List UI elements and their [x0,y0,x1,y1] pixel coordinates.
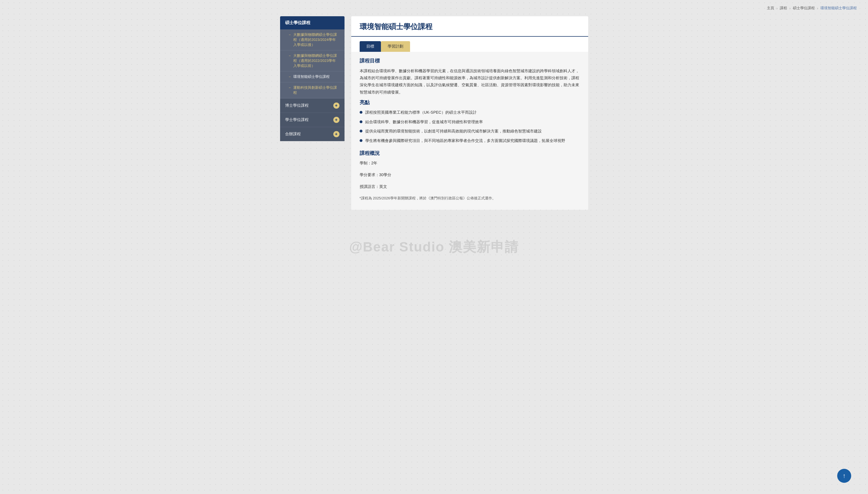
sidebar-item-bigdata-2022[interactable]: － 大數據與物聯網碩士學位課程（適用於2022/2023學年入學或以前） [280,51,344,71]
tab-study-plan[interactable]: 學習計劃 [381,41,410,52]
breadcrumb-current: 環境智能碩士學位課程 [820,6,857,11]
highlight-item-2: 結合環境科學、數據分析和機器學習，促進城市可持續性和管理效率 [360,119,580,126]
sidebar-item-env-intel[interactable]: － 環境智能碩士學位課程 [280,71,344,82]
sidebar-bachelor[interactable]: 學士學位課程 + [280,113,344,127]
main-content: 環境智能碩士學位課程 目標 學習計劃 課程目標 本課程結合環境科學、數據分析和機… [351,16,588,210]
scroll-top-button[interactable]: ↑ [837,469,851,483]
highlight-item-1: 課程按照英國專業工程能力標準（UK-SPEC）的碩士水平而設計 [360,109,580,116]
bullet-dot-4 [360,139,362,142]
tab-objectives[interactable]: 目標 [360,41,381,52]
page-title: 環境智能碩士學位課程 [351,16,588,37]
highlights-title: 亮點 [360,99,580,106]
bullet-dot-3 [360,130,362,132]
separator-3: › [817,6,818,11]
breadcrumb-courses[interactable]: 課程 [780,6,787,11]
breadcrumb: 主頁 › 課程 › 碩士學位課程 › 環境智能碩士學位課程 [11,6,857,11]
tabs: 目標 學習計劃 [351,41,588,52]
expand-bachelor-icon: + [333,117,339,123]
breadcrumb-masters[interactable]: 碩士學位課程 [793,6,815,11]
sidebar-joint[interactable]: 合辦課程 + [280,127,344,141]
separator-2: › [789,6,790,11]
highlight-item-4: 學生將有機會參與國際研究項目，與不同地區的專家和學者合作交流，多方面嘗試探究國際… [360,137,580,144]
footnote: *課程為 2025/2026學年新開辦課程，將於《澳門特別行政區公報》公佈後正式… [360,195,580,201]
sidebar-doctoral[interactable]: 博士學位課程 + [280,98,344,113]
overview-title: 課程概況 [360,150,580,156]
sidebar: 碩士學位課程 － 大數據與物聯網碩士學位課程（適用於2023/2024學年入學或… [280,16,344,210]
overview-credits: 學分要求：30學分 [360,172,580,178]
expand-doctoral-icon: + [333,102,339,109]
breadcrumb-home[interactable]: 主頁 [767,6,774,11]
tab-content: 課程目標 本課程結合環境科學、數據分析和機器學習的元素，在信息與通訊技術領域培養… [351,52,588,210]
bullet-dot-1 [360,111,362,114]
overview-language: 授課語言：英文 [360,184,580,190]
objectives-title: 課程目標 [360,57,580,64]
sidebar-item-bigdata-2023[interactable]: － 大數據與物聯網碩士學位課程（適用於2023/2024學年入學或以後） [280,30,344,51]
highlight-item-3: 提供尖端而實用的環境智能技術，以創造可持續和高效能的現代城市解決方案，推動綠色智… [360,128,580,135]
expand-joint-icon: + [333,131,339,137]
overview-duration: 學制：2年 [360,160,580,167]
main-layout: 碩士學位課程 － 大數據與物聯網碩士學位課程（適用於2023/2024學年入學或… [280,16,588,210]
separator-1: › [776,6,777,11]
bullet-dot-2 [360,120,362,123]
objectives-paragraph: 本課程結合環境科學、數據分析和機器學習的元素，在信息與通訊技術領域培養面向綠色智… [360,68,580,96]
sidebar-item-sports[interactable]: － 運動科技與創新碩士學位課程 [280,82,344,98]
sidebar-header: 碩士學位課程 [280,16,344,30]
watermark: @Bear Studio 澳美新申請 [349,238,519,256]
